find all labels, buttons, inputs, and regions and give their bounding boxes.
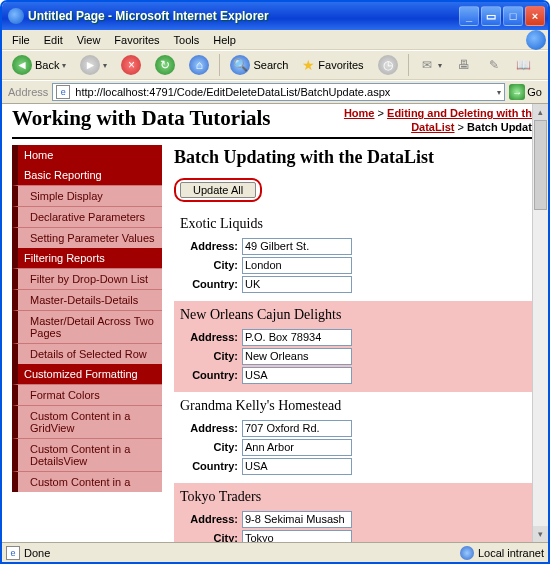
menu-favorites[interactable]: Favorites (108, 32, 165, 48)
page-icon: e (6, 546, 20, 560)
record-title: Grandma Kelly's Homestead (180, 398, 534, 414)
sidebar-home[interactable]: Home (12, 145, 162, 165)
country-input[interactable] (242, 367, 352, 384)
scrollbar[interactable]: ▴ ▾ (532, 104, 548, 542)
record-title: Exotic Liquids (180, 216, 534, 232)
sidebar-item[interactable]: Declarative Parameters (12, 206, 162, 227)
star-icon: ★ (302, 57, 315, 73)
address-label: Address: (180, 513, 238, 525)
record-title: Tokyo Traders (180, 489, 534, 505)
back-button[interactable]: ◄ Back ▾ (8, 53, 70, 77)
research-button[interactable]: 📖 (512, 55, 536, 75)
home-button[interactable]: ⌂ (185, 53, 213, 77)
page-icon: e (56, 85, 70, 99)
zone-icon (460, 546, 474, 560)
city-input[interactable] (242, 348, 352, 365)
maximize-button[interactable]: □ (503, 6, 523, 26)
favorites-button[interactable]: ★ Favorites (298, 55, 367, 75)
city-input[interactable] (242, 439, 352, 456)
address-input[interactable] (73, 85, 494, 99)
go-icon: → (509, 84, 525, 100)
sidebar-item[interactable]: Custom Content in a GridView (12, 405, 162, 438)
sidebar-header-filtering-reports[interactable]: Filtering Reports (12, 248, 162, 268)
restore-button[interactable]: ▭ (481, 6, 501, 26)
mail-icon: ✉ (419, 57, 435, 73)
ie-logo-icon (526, 30, 546, 50)
stop-button[interactable]: × (117, 53, 145, 77)
research-icon: 📖 (516, 57, 532, 73)
sidebar-item[interactable]: Format Colors (12, 384, 162, 405)
refresh-icon: ↻ (155, 55, 175, 75)
history-icon: ◷ (378, 55, 398, 75)
ie-icon (8, 8, 24, 24)
address-input[interactable] (242, 238, 352, 255)
toolbar-separator (219, 54, 220, 76)
sidebar: Home Basic Reporting Simple Display Decl… (12, 145, 162, 542)
sidebar-item[interactable]: Custom Content in a DetailsView (12, 438, 162, 471)
go-label: Go (527, 86, 542, 98)
back-label: Back (35, 59, 59, 71)
mail-button[interactable]: ✉▾ (415, 55, 446, 75)
address-field[interactable]: e ▾ (52, 83, 505, 101)
status-bar: e Done Local intranet (2, 542, 548, 562)
sidebar-item[interactable]: Master/Detail Across Two Pages (12, 310, 162, 343)
sidebar-item[interactable]: Filter by Drop-Down List (12, 268, 162, 289)
favorites-label: Favorites (318, 59, 363, 71)
sidebar-header-basic-reporting[interactable]: Basic Reporting (12, 165, 162, 185)
record: New Orleans Cajun DelightsAddress:City:C… (174, 301, 538, 392)
address-label: Address: (180, 240, 238, 252)
back-icon: ◄ (12, 55, 32, 75)
update-all-button[interactable]: Update All (180, 182, 256, 198)
page-header: Working with Data Tutorials Home > Editi… (12, 106, 538, 139)
breadcrumb-current: Batch Update (467, 121, 538, 133)
scroll-thumb[interactable] (534, 120, 547, 210)
record-title: New Orleans Cajun Delights (180, 307, 534, 323)
breadcrumb-home[interactable]: Home (344, 107, 375, 119)
menu-view[interactable]: View (71, 32, 107, 48)
history-button[interactable]: ◷ (374, 53, 402, 77)
sidebar-item[interactable]: Simple Display (12, 185, 162, 206)
city-input[interactable] (242, 530, 352, 542)
country-input[interactable] (242, 458, 352, 475)
close-button[interactable]: × (525, 6, 545, 26)
status-text: Done (24, 547, 50, 559)
site-title: Working with Data Tutorials (12, 106, 270, 131)
address-input[interactable] (242, 511, 352, 528)
menu-file[interactable]: File (6, 32, 36, 48)
home-icon: ⌂ (189, 55, 209, 75)
address-input[interactable] (242, 420, 352, 437)
record: Exotic LiquidsAddress:City:Country: (174, 210, 538, 301)
country-input[interactable] (242, 276, 352, 293)
scroll-down-icon[interactable]: ▾ (533, 526, 548, 542)
go-button[interactable]: → Go (509, 84, 542, 100)
update-all-highlight: Update All (174, 178, 262, 202)
scroll-up-icon[interactable]: ▴ (533, 104, 548, 120)
minimize-button[interactable]: _ (459, 6, 479, 26)
refresh-button[interactable]: ↻ (151, 53, 179, 77)
breadcrumb: Home > Editing and Deleting with the Dat… (338, 106, 538, 135)
city-input[interactable] (242, 257, 352, 274)
menu-bar: File Edit View Favorites Tools Help (2, 30, 548, 50)
search-label: Search (253, 59, 288, 71)
country-label: Country: (180, 278, 238, 290)
sidebar-header-customized-formatting[interactable]: Customized Formatting (12, 364, 162, 384)
forward-button[interactable]: ► ▾ (76, 53, 111, 77)
sidebar-item[interactable]: Setting Parameter Values (12, 227, 162, 248)
menu-edit[interactable]: Edit (38, 32, 69, 48)
search-button[interactable]: 🔍 Search (226, 53, 292, 77)
menu-help[interactable]: Help (207, 32, 242, 48)
address-input[interactable] (242, 329, 352, 346)
edit-button[interactable]: ✎ (482, 55, 506, 75)
sidebar-item[interactable]: Custom Content in a (12, 471, 162, 492)
print-icon: 🖶 (456, 57, 472, 73)
menu-tools[interactable]: Tools (168, 32, 206, 48)
city-label: City: (180, 532, 238, 542)
page-title: Batch Updating with the DataList (174, 147, 538, 168)
sidebar-item[interactable]: Master-Details-Details (12, 289, 162, 310)
city-label: City: (180, 350, 238, 362)
chevron-down-icon[interactable]: ▾ (497, 88, 501, 97)
print-button[interactable]: 🖶 (452, 55, 476, 75)
sidebar-item[interactable]: Details of Selected Row (12, 343, 162, 364)
city-label: City: (180, 259, 238, 271)
toolbar-separator (408, 54, 409, 76)
